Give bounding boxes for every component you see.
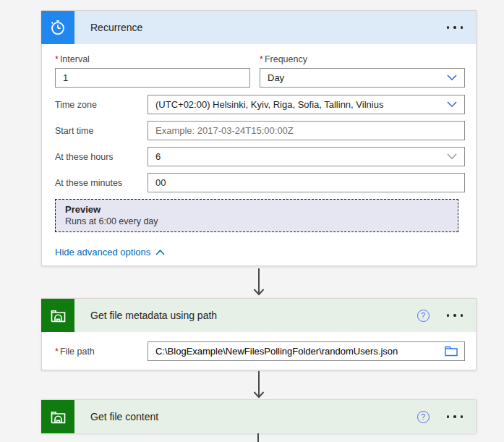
frequency-label: *Frequency (260, 54, 465, 64)
more-options-icon[interactable] (445, 311, 465, 320)
connector-arrow (253, 371, 265, 400)
preview-box: Preview Runs at 6:00 every day (55, 199, 458, 232)
at-these-minutes-input[interactable] (148, 173, 465, 192)
required-mark: * (55, 347, 59, 357)
chevron-down-icon (447, 153, 457, 160)
frequency-dropdown[interactable]: Day (260, 68, 465, 88)
time-zone-dropdown[interactable]: (UTC+02:00) Helsinki, Kyiv, Riga, Sofia,… (148, 95, 465, 114)
file-path-label: *File path (55, 347, 148, 357)
help-icon[interactable]: ? (417, 411, 430, 423)
recurrence-icon-tile (41, 11, 74, 44)
recurrence-trigger-card: Recurrence *Interval *Frequency Day (41, 10, 477, 266)
recurrence-card-body: *Interval *Frequency Day Time zone (UTC+… (42, 44, 476, 258)
required-mark: * (55, 54, 59, 64)
alarm-clock-icon (48, 18, 67, 37)
recurrence-card-header[interactable]: Recurrence (42, 11, 476, 44)
card-title: Recurrence (90, 22, 142, 33)
file-system-folder-icon (48, 306, 68, 326)
required-mark: * (260, 54, 263, 64)
folder-picker-button[interactable] (445, 346, 458, 357)
frequency-value: Day (268, 72, 284, 83)
file-path-input[interactable] (148, 342, 445, 360)
at-these-hours-value: 6 (155, 151, 161, 162)
file-system-icon-tile (41, 400, 74, 433)
get-file-metadata-card: Get file metadata using path ? *File pat… (41, 298, 477, 370)
help-icon[interactable]: ? (417, 310, 430, 322)
connector-arrow (253, 268, 265, 297)
interval-input[interactable] (55, 68, 250, 88)
connector-line (257, 433, 259, 442)
at-these-hours-dropdown[interactable]: 6 (148, 147, 465, 166)
preview-title: Preview (65, 204, 448, 215)
get-file-metadata-body: *File path (42, 332, 476, 361)
start-time-label: Start time (55, 126, 148, 136)
chevron-up-icon (155, 250, 165, 255)
chevron-down-icon (447, 101, 457, 108)
hide-advanced-options-link[interactable]: Hide advanced options (55, 247, 165, 258)
file-path-field (148, 341, 465, 361)
card-title: Get file content (90, 411, 158, 422)
card-title: Get file metadata using path (90, 310, 217, 321)
more-options-icon[interactable] (445, 23, 465, 32)
more-options-icon[interactable] (445, 412, 465, 421)
get-file-content-card: Get file content ? (41, 399, 477, 433)
interval-label: *Interval (55, 54, 250, 64)
at-these-minutes-label: At these minutes (55, 178, 148, 188)
start-time-input[interactable] (148, 121, 465, 140)
time-zone-value: (UTC+02:00) Helsinki, Kyiv, Riga, Sofia,… (155, 99, 383, 110)
chevron-down-icon (447, 75, 457, 81)
folder-picker-icon (445, 346, 458, 357)
preview-text: Runs at 6:00 every day (65, 216, 448, 226)
file-system-icon-tile (41, 299, 74, 332)
time-zone-label: Time zone (55, 100, 148, 110)
get-file-metadata-header[interactable]: Get file metadata using path ? (42, 299, 476, 332)
at-these-hours-label: At these hours (55, 152, 148, 162)
file-system-folder-icon (48, 407, 68, 427)
get-file-content-header[interactable]: Get file content ? (42, 400, 476, 433)
